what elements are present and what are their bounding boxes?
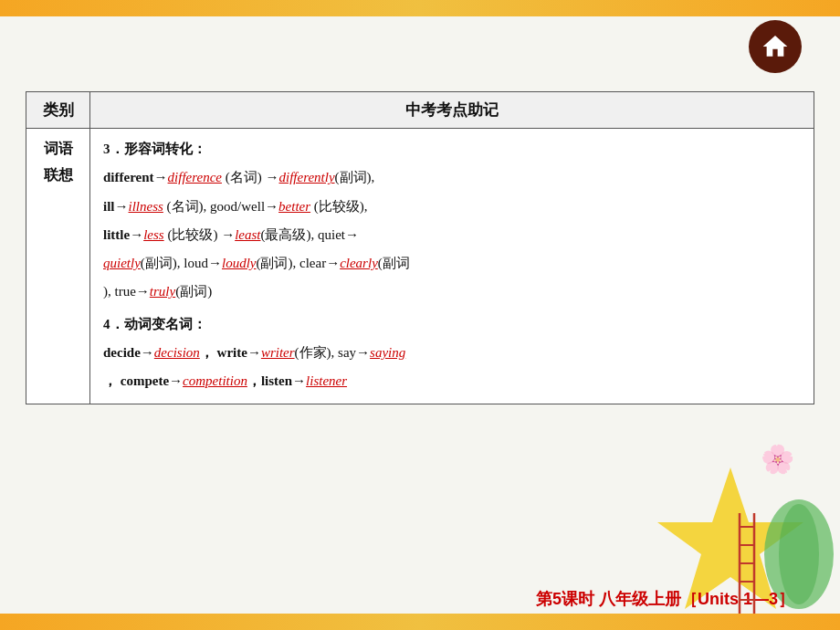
line2-ans1: illness xyxy=(129,199,163,214)
line4-text-c: (副词), clear→ xyxy=(257,256,341,270)
line7-ans1: competition xyxy=(183,373,247,388)
line4: quietly(副词), loud→loudly(副词), clear→clea… xyxy=(103,250,801,277)
line1-text-a: different→ xyxy=(103,170,168,184)
line2-text-c: (比较级), xyxy=(310,199,368,214)
home-icon xyxy=(761,32,790,61)
section4-title: 4．动词变名词： xyxy=(103,311,801,338)
line3-text-a: little→ xyxy=(103,227,143,242)
line1: different→difference (名词) →differently(副… xyxy=(103,164,801,191)
flower-decoration: 🌸 xyxy=(761,443,794,475)
col2-header: 中考考点助记 xyxy=(90,92,814,129)
line1-ans1: difference xyxy=(168,170,222,184)
line2-text-a: ill→ xyxy=(103,199,129,214)
line3: little→less (比较级) →least(最高级), quiet→ xyxy=(103,222,801,248)
home-button[interactable] xyxy=(749,20,802,73)
line6-ans1: decision xyxy=(154,345,200,360)
line6-text-c: (作家), say→ xyxy=(295,345,371,360)
line2-ans2: better xyxy=(278,199,310,214)
line3-text-b: (比较级) → xyxy=(164,227,236,242)
line5-text-a: ), true→ xyxy=(103,284,150,299)
main-content: 类别 中考考点助记 词语联想 3．形容词转化： different→differ… xyxy=(26,91,814,575)
line6: decide→decision， write→writer(作家), say→s… xyxy=(103,340,801,366)
content-cell: 3．形容词转化： different→difference (名词) →diff… xyxy=(90,129,814,404)
section3-title: 3．形容词转化： xyxy=(103,136,801,163)
line6-ans2: writer xyxy=(261,345,295,360)
line5-text-b: (副词) xyxy=(175,284,212,299)
line6-text-a: decide→ xyxy=(103,345,154,360)
line4-ans3: clearly xyxy=(340,256,378,270)
line4-text-b: (副词), loud→ xyxy=(141,256,222,270)
category-cell: 词语联想 xyxy=(26,129,90,404)
line1-ans2: differently xyxy=(278,170,334,184)
line4-ans2: loudly xyxy=(222,256,257,270)
line2: ill→illness (名词), good/well→better (比较级)… xyxy=(103,194,801,220)
top-bar xyxy=(0,0,840,16)
vocab-table: 类别 中考考点助记 词语联想 3．形容词转化： different→differ… xyxy=(26,91,814,404)
line3-text-c: (最高级), quiet→ xyxy=(261,227,359,242)
line4-text-d: (副词 xyxy=(378,256,410,270)
line2-text-b: (名词), good/well→ xyxy=(163,199,278,214)
line7: ， compete→competition，listen→listener xyxy=(103,368,801,394)
line6-text-b: ， write→ xyxy=(200,345,261,360)
line7-text-a: ， compete→ xyxy=(103,373,183,388)
line3-ans2: least xyxy=(235,227,260,242)
col1-header: 类别 xyxy=(26,92,90,129)
line6-ans3: saying xyxy=(370,345,405,360)
line5-ans1: truly xyxy=(150,284,175,299)
line5: ), true→truly(副词) xyxy=(103,278,801,305)
line4-ans1: quietly xyxy=(103,256,141,270)
table-row-main: 词语联想 3．形容词转化： different→difference (名词) … xyxy=(26,129,814,404)
line1-text-c: (副词), xyxy=(335,170,375,184)
line7-ans2: listener xyxy=(306,373,347,388)
line1-text-b: (名词) → xyxy=(222,170,279,184)
line7-text-b: ，listen→ xyxy=(247,373,306,388)
line3-ans1: less xyxy=(143,227,164,242)
bottom-bar xyxy=(0,614,840,630)
ladder-icon xyxy=(736,513,758,614)
